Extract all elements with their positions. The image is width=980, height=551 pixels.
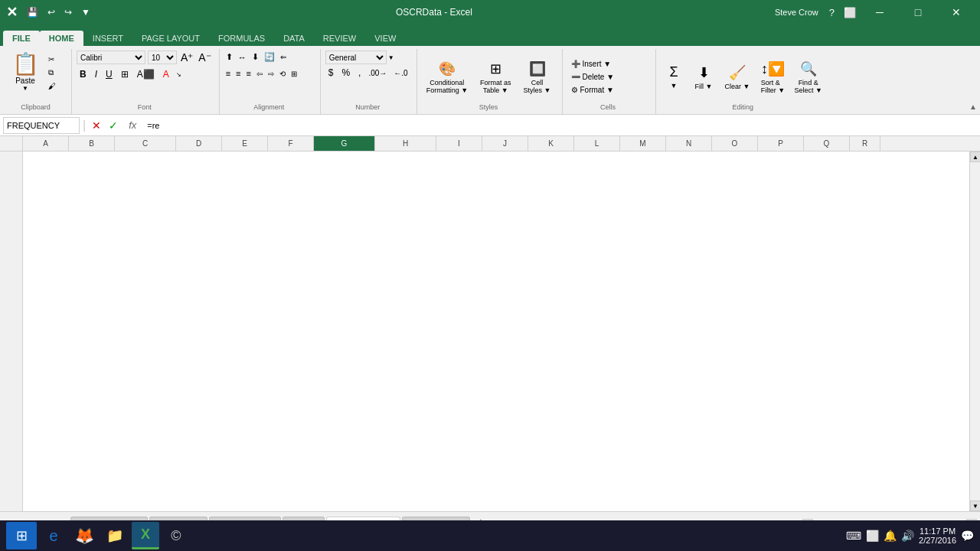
increase-font-button[interactable]: A⁺ bbox=[179, 51, 194, 64]
font-color-button[interactable]: A bbox=[160, 68, 172, 80]
other-app-button[interactable]: © bbox=[162, 522, 190, 549]
minimize-button[interactable]: ─ bbox=[862, 0, 897, 24]
col-header-c[interactable]: C bbox=[115, 136, 176, 151]
cut-button[interactable]: ✂ bbox=[44, 54, 60, 65]
col-header-d[interactable]: D bbox=[176, 136, 222, 151]
increase-decimal-button[interactable]: .00→ bbox=[366, 68, 389, 78]
format-cells-button[interactable]: ⚙ Format ▼ bbox=[567, 84, 619, 96]
tab-home[interactable]: HOME bbox=[40, 31, 83, 46]
insert-cells-button[interactable]: ➕ Insert ▼ bbox=[567, 58, 619, 70]
col-header-j[interactable]: J bbox=[482, 136, 528, 151]
align-bottom-button[interactable]: ⬇ bbox=[250, 51, 260, 64]
close-button[interactable]: ✕ bbox=[939, 0, 974, 24]
title-bar: ✕ 💾 ↩ ↪ ▼ OSCRData - Excel Steve Crow ? … bbox=[0, 0, 980, 24]
format-as-table-button[interactable]: ⊞ Format asTable ▼ bbox=[475, 57, 516, 97]
restore-button[interactable]: □ bbox=[900, 0, 936, 24]
find-select-button[interactable]: 🔍 Find &Select ▼ bbox=[791, 59, 825, 96]
sort-filter-button[interactable]: ↕🔽 Sort &Filter ▼ bbox=[757, 59, 788, 96]
explorer-button[interactable]: 📁 bbox=[101, 522, 129, 549]
bold-button[interactable]: B bbox=[77, 68, 90, 80]
col-header-i[interactable]: I bbox=[436, 136, 482, 151]
ribbon-collapse-button[interactable]: ▲ bbox=[969, 103, 977, 111]
delete-cells-button[interactable]: ➖ Delete ▼ bbox=[567, 71, 619, 83]
tab-insert[interactable]: INSERT bbox=[83, 31, 132, 46]
align-top-button[interactable]: ⬆ bbox=[224, 51, 234, 64]
volume-icon[interactable]: 🔊 bbox=[901, 530, 914, 542]
comma-button[interactable]: , bbox=[355, 67, 364, 79]
currency-button[interactable]: $ bbox=[325, 67, 337, 79]
tab-formulas[interactable]: FORMULAS bbox=[209, 31, 274, 46]
confirm-formula-button[interactable]: ✓ bbox=[106, 119, 121, 132]
fill-button[interactable]: ⬇ Fill ▼ bbox=[691, 61, 717, 93]
tab-view[interactable]: VIEW bbox=[365, 31, 405, 46]
align-center-button[interactable]: ≡ bbox=[234, 67, 242, 80]
col-header-q[interactable]: Q bbox=[804, 136, 850, 151]
tab-file[interactable]: FILE bbox=[3, 31, 40, 46]
align-left-button[interactable]: ≡ bbox=[224, 67, 232, 80]
col-header-a[interactable]: A bbox=[23, 136, 69, 151]
font-name-select[interactable]: Calibri bbox=[77, 51, 145, 64]
col-header-h[interactable]: H bbox=[375, 136, 436, 151]
notification-center-button[interactable]: 💬 bbox=[961, 530, 974, 542]
notification-icon[interactable]: 🔔 bbox=[884, 530, 897, 542]
tab-page-layout[interactable]: PAGE LAYOUT bbox=[132, 31, 209, 46]
increase-indent-button[interactable]: ⇨ bbox=[266, 68, 276, 80]
col-header-l[interactable]: L bbox=[574, 136, 620, 151]
tab-data[interactable]: DATA bbox=[274, 31, 314, 46]
orientation-button[interactable]: 🔄 bbox=[263, 51, 276, 64]
autosum-button[interactable]: Σ ▼ bbox=[661, 61, 688, 93]
scroll-track-v[interactable] bbox=[970, 162, 980, 500]
vertical-scrollbar[interactable]: ▲ ▼ bbox=[969, 152, 980, 511]
number-format-arrow[interactable]: ▼ bbox=[388, 54, 394, 61]
copy-button[interactable]: ⧉ bbox=[44, 67, 60, 79]
italic-button[interactable]: I bbox=[92, 68, 100, 80]
col-header-p[interactable]: P bbox=[758, 136, 804, 151]
col-header-g[interactable]: G bbox=[314, 136, 375, 151]
cell-styles-button[interactable]: 🔲 CellStyles ▼ bbox=[519, 57, 556, 97]
conditional-formatting-button[interactable]: 🎨 ConditionalFormatting ▼ bbox=[422, 57, 472, 97]
formula-input[interactable] bbox=[144, 117, 977, 134]
decrease-decimal-button[interactable]: ←.0 bbox=[391, 68, 410, 78]
start-button[interactable]: ⊞ bbox=[6, 522, 37, 549]
ie-button[interactable]: e bbox=[40, 522, 67, 549]
format-painter-button[interactable]: 🖌 bbox=[44, 80, 60, 92]
indent-button[interactable]: ⇐ bbox=[279, 51, 288, 63]
col-header-m[interactable]: M bbox=[620, 136, 666, 151]
save-qat-button[interactable]: 💾 bbox=[24, 5, 41, 19]
col-header-n[interactable]: N bbox=[666, 136, 712, 151]
merge-button[interactable]: ⊞ bbox=[289, 68, 299, 80]
col-header-b[interactable]: B bbox=[69, 136, 115, 151]
fill-color-button[interactable]: A⬛ bbox=[134, 68, 158, 80]
percent-button[interactable]: % bbox=[338, 67, 353, 79]
scroll-up-button[interactable]: ▲ bbox=[970, 152, 980, 162]
font-size-select[interactable]: 10 bbox=[148, 51, 177, 64]
col-header-e[interactable]: E bbox=[222, 136, 268, 151]
col-header-f[interactable]: F bbox=[268, 136, 314, 151]
tab-review[interactable]: REVIEW bbox=[314, 31, 365, 46]
align-right-button[interactable]: ≡ bbox=[245, 67, 253, 80]
help-button[interactable]: ? bbox=[826, 7, 838, 18]
wrap-text-button[interactable]: ⟲ bbox=[278, 68, 287, 80]
col-header-k[interactable]: K bbox=[528, 136, 574, 151]
taskbar-right: ⌨ ⬜ 🔔 🔊 11:17 PM 2/27/2016 💬 bbox=[846, 527, 974, 545]
decrease-font-button[interactable]: A⁻ bbox=[197, 51, 212, 64]
border-button[interactable]: ⊞ bbox=[118, 68, 132, 80]
align-middle-button[interactable]: ↔ bbox=[237, 51, 248, 64]
decrease-indent-button[interactable]: ⇦ bbox=[255, 68, 264, 80]
name-box[interactable]: FREQUENCY bbox=[3, 117, 80, 134]
undo-qat-button[interactable]: ↩ bbox=[44, 5, 58, 19]
ribbon-display-button[interactable]: ⬜ bbox=[841, 7, 859, 18]
redo-qat-button[interactable]: ↪ bbox=[61, 5, 75, 19]
scroll-down-button[interactable]: ▼ bbox=[970, 500, 980, 511]
excel-taskbar-button[interactable]: X bbox=[132, 522, 159, 549]
firefox-button[interactable]: 🦊 bbox=[70, 522, 98, 549]
number-format-select[interactable]: General bbox=[325, 51, 387, 64]
col-header-r[interactable]: R bbox=[850, 136, 880, 151]
underline-button[interactable]: U bbox=[103, 68, 116, 80]
col-header-o[interactable]: O bbox=[712, 136, 758, 151]
more-font-button[interactable]: ↘ bbox=[176, 71, 181, 78]
paste-button[interactable]: 📋 Paste ▼ bbox=[6, 51, 44, 93]
clear-button[interactable]: 🧹 Clear ▼ bbox=[720, 61, 755, 93]
cancel-formula-button[interactable]: ✕ bbox=[89, 119, 104, 132]
customize-qat-button[interactable]: ▼ bbox=[78, 5, 93, 19]
